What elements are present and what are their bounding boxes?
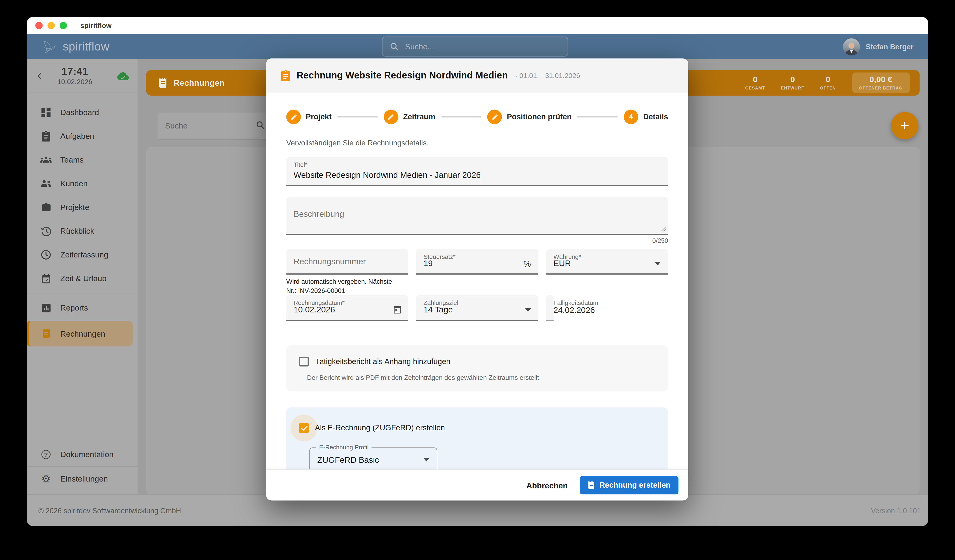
titel-label: Titel*: [293, 161, 307, 168]
waehrung-cell: Währung* EUR: [546, 249, 668, 275]
sidebar-item-label: Kunden: [60, 179, 88, 188]
rechnungsdatum-value: 10.02.2026: [293, 305, 335, 314]
zahlungsziel-cell: Zahlungsziel 14 Tage: [416, 295, 538, 321]
rechnungsdatum-field[interactable]: Rechnungsdatum* 10.02.2026: [286, 295, 408, 321]
sidebar-nav: Dashboard Aufgaben Teams Kunden: [27, 93, 138, 348]
waehrung-value: EUR: [553, 259, 571, 268]
invoice-search-label: Suche: [165, 121, 188, 130]
invoice-number-row: Wird automatisch vergeben. Nächste Nr.: …: [286, 249, 668, 275]
sidebar-item-label: Aufgaben: [60, 131, 94, 141]
sidebar-item-rechnungen[interactable]: Rechnungen: [27, 321, 133, 346]
sidebar-item-dokumentation[interactable]: ? Dokumentation: [27, 443, 138, 466]
step-projekt[interactable]: Projekt: [286, 110, 332, 124]
steuersatz-cell: Steuersatz* %: [416, 249, 538, 275]
copyright-text: © 2026 spiritdev Softwareentwicklung Gmb…: [38, 506, 181, 515]
zahlungsziel-select[interactable]: Zahlungsziel 14 Tage: [416, 295, 538, 321]
window-title: spiritflow: [80, 22, 112, 29]
dialog-intro-text: Vervollständigen Sie die Rechnungsdetail…: [286, 139, 668, 147]
minimize-button[interactable]: [47, 22, 55, 29]
people-icon: [40, 178, 52, 189]
dialog-title: Rechnung Website Redesign Nordwind Medie…: [297, 70, 508, 81]
receipt-icon: [158, 78, 168, 88]
edit-icon: [384, 110, 398, 124]
attachment-checkbox[interactable]: [299, 357, 309, 366]
cancel-button[interactable]: Abbrechen: [520, 480, 574, 490]
receipt-icon: [588, 481, 595, 490]
step-connector: [578, 117, 618, 117]
sidebar-item-label: Einstellungen: [60, 474, 108, 483]
titel-input[interactable]: [293, 171, 661, 180]
percent-suffix: %: [524, 259, 531, 269]
faelligkeitsdatum-cell: Fälligkeitsdatum 24.02.2026: [546, 295, 668, 321]
titel-field[interactable]: Titel*: [286, 157, 668, 186]
divider: [27, 293, 138, 294]
history-icon: [40, 225, 52, 237]
invoice-search-input[interactable]: Suche: [158, 113, 271, 139]
app-header: spiritflow Suche... Stefan Berger: [27, 34, 928, 59]
bar-chart-icon: [40, 302, 52, 314]
sidebar-item-label: Zeit & Urlaub: [60, 274, 107, 283]
sidebar-item-label: Teams: [60, 155, 84, 164]
close-button[interactable]: [35, 22, 42, 29]
sidebar-item-reports[interactable]: Reports: [27, 296, 138, 320]
calendar-icon[interactable]: [393, 305, 402, 314]
zoom-button[interactable]: [60, 22, 67, 29]
step-positionen[interactable]: Positionen prüfen: [487, 110, 571, 124]
sidebar-item-teams[interactable]: Teams: [27, 148, 138, 172]
dialog-subtitle: · 01.01. - 31.01.2026: [515, 72, 580, 79]
rechnungsnummer-input[interactable]: [293, 249, 401, 274]
invoice-stats: 0 GESAMT 0 ENTWURF 0 OFFEN 0,00 €: [745, 73, 910, 93]
beschreibung-field[interactable]: [286, 197, 668, 235]
avatar: [843, 38, 860, 55]
dialog-footer: Abbrechen Rechnung erstellen: [266, 469, 688, 501]
sidebar-item-kunden[interactable]: Kunden: [27, 172, 138, 196]
sidebar-item-aufgaben[interactable]: Aufgaben: [27, 124, 138, 148]
sidebar-item-projekte[interactable]: Projekte: [27, 196, 138, 219]
attachment-panel: Tätigkeitsbericht als Anhang hinzufügen …: [286, 345, 668, 391]
add-invoice-button[interactable]: +: [891, 112, 919, 139]
beschreibung-textarea[interactable]: [286, 197, 668, 234]
sidebar-item-rueckblick[interactable]: Rückblick: [27, 219, 138, 243]
zahlungsziel-value: 14 Tage: [423, 305, 453, 314]
window-controls: [35, 22, 67, 29]
stat-offener-betrag: 0,00 € OFFENER BETRAG: [852, 73, 910, 93]
check-icon: [301, 425, 307, 430]
stepper: Projekt Zeitraum Positionen prüfen 4: [286, 110, 668, 124]
clipboard-icon: [281, 70, 290, 81]
rechnungsdatum-cell: Rechnungsdatum* 10.02.2026: [286, 295, 408, 321]
stat-entwurf: 0 ENTWURF: [781, 76, 804, 90]
faelligkeitsdatum-value: 24.02.2026: [553, 306, 595, 315]
waehrung-select[interactable]: Währung* EUR: [546, 249, 668, 275]
clock-icon: [40, 249, 52, 261]
create-invoice-label: Rechnung erstellen: [600, 481, 671, 490]
search-icon: [390, 42, 399, 51]
step-number: 4: [624, 110, 638, 124]
app-name: spiritflow: [63, 40, 110, 53]
chevron-down-icon: [423, 458, 429, 461]
sidebar-item-zeiterfassung[interactable]: Zeiterfassung: [27, 243, 138, 267]
create-invoice-button[interactable]: Rechnung erstellen: [580, 476, 679, 494]
search-icon: [256, 120, 265, 130]
step-zeitraum[interactable]: Zeitraum: [384, 110, 435, 124]
version-text: Version 1.0.101: [871, 506, 921, 515]
global-search-input[interactable]: Suche...: [382, 37, 568, 57]
sidebar-bottom: ? Dokumentation ⚙ Einstellungen: [27, 443, 138, 494]
faelligkeitsdatum-field: Fälligkeitsdatum 24.02.2026: [546, 295, 553, 321]
steuersatz-input[interactable]: [423, 259, 531, 268]
user-menu[interactable]: Stefan Berger: [843, 38, 914, 55]
groups-icon: [40, 154, 52, 166]
sidebar-item-dashboard[interactable]: Dashboard: [27, 100, 138, 124]
einvoice-checkbox[interactable]: [299, 423, 309, 433]
briefcase-icon: [40, 202, 52, 213]
sidebar-item-einstellungen[interactable]: ⚙ Einstellungen: [27, 467, 138, 491]
desktop: spiritflow spiritflow Suche...: [0, 0, 955, 560]
chevron-left-icon[interactable]: [35, 72, 44, 80]
sidebar-item-zeit-urlaub[interactable]: Zeit & Urlaub: [27, 267, 138, 290]
step-details[interactable]: 4 Details: [624, 110, 668, 124]
steuersatz-field[interactable]: Steuersatz* %: [416, 249, 538, 275]
rechnungsnummer-field[interactable]: [286, 249, 408, 275]
char-counter: 0/250: [286, 238, 668, 244]
dialog-body: Projekt Zeitraum Positionen prüfen 4: [266, 92, 688, 469]
einvoice-profile-select[interactable]: E-Rechnung Profil ZUGFeRD Basic: [310, 447, 437, 469]
sidebar-item-label: Rechnungen: [60, 329, 105, 338]
